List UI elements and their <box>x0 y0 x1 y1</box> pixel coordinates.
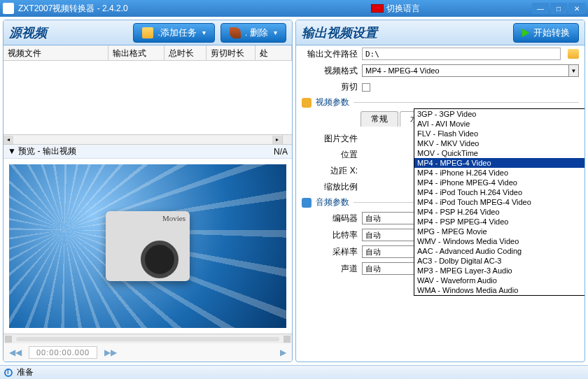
col-proc[interactable]: 处 <box>255 45 292 60</box>
close-button[interactable]: ✕ <box>568 3 585 14</box>
film-reel-icon <box>141 241 178 278</box>
format-option[interactable]: MP4 - iPhone H.264 Video <box>414 168 585 178</box>
info-icon <box>4 369 13 377</box>
chevron-down-icon: ▾ <box>274 29 277 36</box>
format-option[interactable]: MOV - QuickTime <box>414 148 585 158</box>
output-path-input[interactable] <box>362 48 561 60</box>
video-icon <box>302 98 312 108</box>
add-task-button[interactable]: .添加任务 ▾ <box>133 23 215 43</box>
format-option[interactable]: MP4 - PSP MPEG-4 Video <box>414 217 585 227</box>
format-option[interactable]: WMV - Windows Media Video <box>414 236 585 246</box>
encoder-label: 编码器 <box>302 213 358 224</box>
output-title: 输出视频设置 <box>302 24 377 41</box>
source-title: 源视频 <box>9 24 47 41</box>
scale-label: 缩放比例 <box>302 181 358 193</box>
format-option[interactable]: MKV - MKV Video <box>414 138 585 148</box>
task-list[interactable]: ◂ ▸ <box>4 61 292 145</box>
play-icon <box>522 29 529 37</box>
col-file[interactable]: 视频文件 <box>4 45 108 60</box>
flag-icon <box>371 4 384 13</box>
tab-normal[interactable]: 常规 <box>360 111 398 127</box>
scroll-right-icon[interactable]: ▸ <box>272 136 282 144</box>
margin-x-label: 边距 X: <box>302 165 358 177</box>
format-option[interactable]: WAV - Waveform Audio <box>414 276 585 285</box>
switch-language-button[interactable]: 切换语言 <box>386 3 420 15</box>
format-option[interactable]: MP4 - MPEG-4 Video <box>414 158 585 168</box>
bitrate-label: 比特率 <box>302 229 358 241</box>
brush-icon <box>230 27 241 38</box>
timecode: 00:00:00.000 <box>29 346 97 359</box>
video-format-dropdown[interactable]: 3GP - 3GP VideoAVI - AVI MovieFLV - Flas… <box>414 108 585 296</box>
next-button[interactable]: ▶▶ <box>104 348 117 357</box>
window-title: ZXT2007视频转换器 - 2.4.2.0 <box>18 3 128 15</box>
video-params-label: 视频参数 <box>316 96 349 108</box>
audio-icon <box>302 198 312 208</box>
format-option[interactable]: MP4 - iPhone MPEG-4 Video <box>414 178 585 187</box>
preview-header[interactable]: ▼ 预览 - 输出视频 N/A <box>4 145 292 159</box>
source-video-panel: 源视频 .添加任务 ▾ . 删除 ▾ 视频文件 输出格式 总时长 剪切时长 处 … <box>3 20 293 362</box>
format-option[interactable]: AAC - Advanced Audio Coding <box>414 246 585 256</box>
col-total[interactable]: 总时长 <box>164 45 206 60</box>
format-option[interactable]: MP3 - MPEG Layer-3 Audio <box>414 266 585 276</box>
transport-controls: ◀◀ 00:00:00.000 ▶▶ ▶ <box>4 343 292 362</box>
minimize-button[interactable]: — <box>532 3 549 14</box>
format-option[interactable]: WMA - Windows Media Audio <box>414 285 585 295</box>
audio-params-label: 音频参数 <box>316 196 349 208</box>
app-icon <box>3 3 14 14</box>
output-path-label: 输出文件路径 <box>302 48 358 60</box>
start-convert-button[interactable]: 开始转换 <box>513 23 579 43</box>
channels-label: 声道 <box>302 263 358 275</box>
cut-label: 剪切 <box>302 81 358 93</box>
chevron-down-icon[interactable]: ▼ <box>568 65 578 76</box>
format-option[interactable]: MPG - MPEG Movie <box>414 227 585 236</box>
col-cut[interactable]: 剪切时长 <box>206 45 255 60</box>
prev-button[interactable]: ◀◀ <box>9 348 22 357</box>
format-option[interactable]: 3GP - 3GP Video <box>414 109 585 119</box>
format-option[interactable]: MP4 - iPod Touch H.264 Video <box>414 187 585 197</box>
image-file-label: 图片文件 <box>302 133 358 145</box>
seek-bar[interactable] <box>4 334 292 343</box>
chevron-down-icon: ▾ <box>202 29 206 36</box>
samplerate-label: 采样率 <box>302 246 358 258</box>
format-option[interactable]: AVI - AVI Movie <box>414 119 585 129</box>
video-format-select[interactable]: MP4 - MPEG-4 Video ▼ <box>362 64 579 77</box>
movie-thumb-icon: Movies <box>106 211 190 281</box>
position-label: 位置 <box>302 149 358 161</box>
maximize-button[interactable]: □ <box>550 3 567 14</box>
format-option[interactable]: AC3 - Dolby Digital AC-3 <box>414 256 585 266</box>
format-option[interactable]: MP4 - PSP H.264 Video <box>414 207 585 217</box>
delete-button[interactable]: . 删除 ▾ <box>220 23 286 43</box>
browse-folder-icon[interactable] <box>568 49 579 59</box>
scroll-left-icon[interactable]: ◂ <box>4 136 13 144</box>
format-option[interactable]: MP4 - iPod Touch MPEG-4 Video <box>414 197 585 207</box>
cut-checkbox[interactable] <box>362 83 370 92</box>
video-format-label: 视频格式 <box>302 65 358 77</box>
h-scrollbar[interactable]: ◂ ▸ <box>4 134 282 144</box>
task-list-header: 视频文件 输出格式 总时长 剪切时长 处 <box>4 45 292 61</box>
titlebar: ZXT2007视频转换器 - 2.4.2.0 切换语言 — □ ✕ <box>0 0 588 17</box>
statusbar: 准备 <box>0 365 588 379</box>
play-button[interactable]: ▶ <box>280 348 286 357</box>
status-text: 准备 <box>17 366 34 378</box>
folder-icon <box>142 27 153 38</box>
output-settings-panel: 输出视频设置 开始转换 输出文件路径 视频格式 MP4 - MPEG-4 Vid… <box>295 20 585 362</box>
col-format[interactable]: 输出格式 <box>108 45 164 60</box>
format-option[interactable]: FLV - Flash Video <box>414 129 585 138</box>
preview-viewport: Movies <box>9 164 286 328</box>
